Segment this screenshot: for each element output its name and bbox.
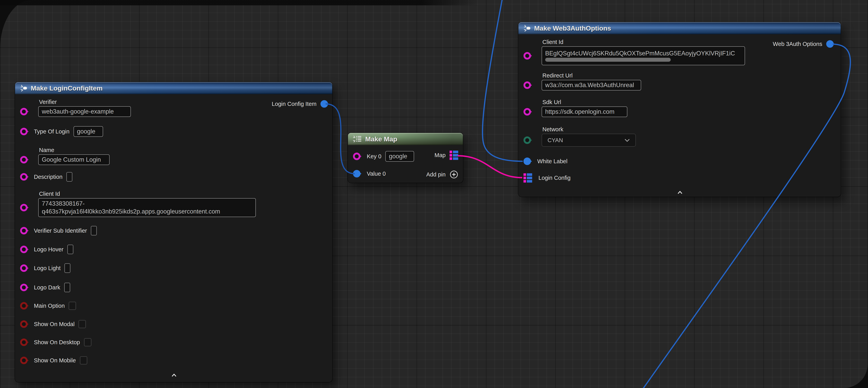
pin-label-map-output: Map <box>435 152 446 158</box>
field-client-id[interactable]: 774338308167- q463s7kpvja16l4l0kko3nb925… <box>38 198 256 217</box>
pin-label-redirect-url: Redirect Url <box>542 72 572 79</box>
add-pin-label: Add pin <box>426 171 446 178</box>
field-client-id[interactable]: BEglQSgt4cUWcj6SKRdu5QkOXTsePmMcusG5EAoy… <box>541 46 745 65</box>
field-logo-light[interactable] <box>64 263 70 273</box>
field-description[interactable] <box>66 172 72 182</box>
network-dropdown[interactable]: CYAN <box>541 134 636 147</box>
make-struct-icon <box>20 84 28 92</box>
top-edge-shade <box>0 0 479 5</box>
pin-label-show-on-mobile: Show On Mobile <box>34 357 76 364</box>
pin-show-on-modal[interactable] <box>20 320 28 328</box>
field-client-id-line2: q463s7kpvja16l4l0kko3nb925ikds2p.apps.go… <box>42 208 220 215</box>
node-header[interactable]: Make Web3AuthOptions <box>518 22 841 34</box>
node-title: Make LoginConfigItem <box>31 84 103 92</box>
pin-login-config-item-output[interactable] <box>320 100 328 108</box>
node-make-web3authoptions: Make Web3AuthOptions Web 3Auth Options C… <box>518 22 841 197</box>
pin-name[interactable] <box>20 156 28 163</box>
field-redirect-url[interactable]: w3a://com.w3a.Web3AuthUnreal <box>541 80 641 90</box>
collapse-chevron-icon <box>170 373 178 377</box>
pin-show-on-desktop[interactable] <box>20 338 28 346</box>
pin-label-key-0: Key 0 <box>367 153 381 160</box>
pin-network[interactable] <box>524 137 531 144</box>
collapse-chevron-icon <box>676 190 684 195</box>
pin-key-0[interactable] <box>353 153 361 160</box>
dropdown-chevron-icon <box>624 139 630 142</box>
checkbox-main-option[interactable] <box>69 302 76 310</box>
pin-sdk-url[interactable] <box>524 108 531 116</box>
pin-label-show-on-desktop: Show On Desktop <box>34 339 80 346</box>
field-key-0[interactable]: google <box>385 151 414 162</box>
pin-verifier-sub-identifier[interactable] <box>20 227 28 234</box>
field-logo-dark[interactable] <box>64 283 70 292</box>
pin-redirect-url[interactable] <box>524 82 531 89</box>
pin-white-label[interactable] <box>524 157 531 165</box>
node-title: Make Map <box>365 135 397 143</box>
map-pin-icon[interactable] <box>524 173 532 183</box>
map-pin-icon[interactable] <box>450 151 458 160</box>
pin-label-logo-dark: Logo Dark <box>34 284 60 291</box>
network-dropdown-value: CYAN <box>548 137 563 144</box>
node-header[interactable]: Make LoginConfigItem <box>15 82 332 94</box>
pin-label-logo-light: Logo Light <box>34 265 61 271</box>
make-map-icon <box>352 135 362 143</box>
checkbox-show-on-desktop[interactable] <box>84 338 91 347</box>
node-make-map: Make Map Key 0 google Map Value 0 Add pi… <box>348 133 463 183</box>
add-pin-icon <box>450 170 458 179</box>
pin-label-value-0: Value 0 <box>367 171 386 177</box>
pin-label-description: Description <box>34 174 62 180</box>
pin-label-verifier-sub-identifier: Verifier Sub Identifier <box>34 228 87 234</box>
field-name[interactable]: Google Custom Login <box>38 154 110 165</box>
node-header[interactable]: Make Map <box>348 133 463 145</box>
pin-verifier[interactable] <box>20 108 28 115</box>
node-title: Make Web3AuthOptions <box>534 25 611 32</box>
pin-main-option[interactable] <box>20 302 28 309</box>
field-client-id-line1: 774338308167- <box>42 200 85 207</box>
make-struct-icon <box>523 25 531 32</box>
pin-label-web3auth-options-output: Web 3Auth Options <box>773 41 822 47</box>
collapse-button[interactable] <box>676 190 684 195</box>
field-verifier-sub-identifier[interactable] <box>91 226 97 235</box>
hscroll-thumb[interactable] <box>545 58 671 62</box>
node-make-loginconfigitem: Make LoginConfigItem Verifier web3auth-g… <box>15 82 332 382</box>
pin-web3auth-options-output[interactable] <box>826 40 834 48</box>
checkbox-show-on-modal[interactable] <box>79 320 86 328</box>
pin-label-client-id: Client Id <box>39 191 60 197</box>
collapse-button[interactable] <box>170 373 178 377</box>
pin-label-verifier: Verifier <box>39 99 57 105</box>
pin-label-sdk-url: Sdk Url <box>542 99 561 106</box>
pin-logo-dark[interactable] <box>20 284 28 291</box>
pin-client-id[interactable] <box>20 204 28 211</box>
pin-label-white-label: White Label <box>537 158 567 165</box>
pin-logo-light[interactable] <box>20 264 28 272</box>
pin-label-name: Name <box>39 147 54 153</box>
pin-label-logo-hover: Logo Hover <box>34 246 63 253</box>
field-client-id-text: BEglQSgt4cUWcj6SKRdu5QkOXTsePmMcusG5EAoy… <box>545 50 735 57</box>
field-type-of-login[interactable]: google <box>73 126 103 137</box>
pin-show-on-mobile[interactable] <box>20 357 28 364</box>
pin-label-network: Network <box>542 126 563 133</box>
pin-label-client-id: Client Id <box>542 39 563 46</box>
field-logo-hover[interactable] <box>67 245 73 254</box>
pin-label-show-on-modal: Show On Modal <box>34 321 74 327</box>
pin-label-main-option: Main Option <box>34 303 65 309</box>
pin-label-type-of-login: Type Of Login <box>34 128 69 135</box>
field-sdk-url[interactable]: https://sdk.openlogin.com <box>541 107 627 117</box>
pin-client-id[interactable] <box>524 52 531 60</box>
field-verifier[interactable]: web3auth-google-example <box>38 106 131 117</box>
pin-description[interactable] <box>20 173 28 181</box>
pin-type-of-login[interactable] <box>20 128 28 135</box>
pin-label-login-config: Login Config <box>538 175 570 181</box>
checkbox-show-on-mobile[interactable] <box>80 356 87 364</box>
add-pin-button[interactable]: Add pin <box>426 169 458 180</box>
pin-logo-hover[interactable] <box>20 246 28 253</box>
pin-value-0[interactable] <box>353 170 361 177</box>
pin-label-login-config-item: Login Config Item <box>272 101 316 107</box>
